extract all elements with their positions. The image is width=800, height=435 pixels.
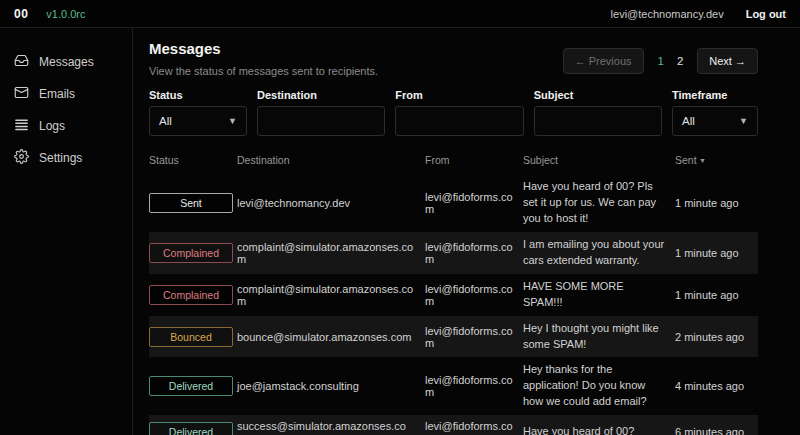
cell-from: levi@fidoforms.com bbox=[425, 420, 523, 435]
cell-sent: 6 minutes ago bbox=[675, 426, 758, 435]
table-row[interactable]: Complained complaint@simulator.amazonses… bbox=[149, 274, 758, 316]
cell-subject: I am emailing you about your cars extend… bbox=[523, 237, 675, 269]
cell-from: levi@fidoforms.com bbox=[425, 283, 523, 307]
sidebar-item-logs[interactable]: Logs bbox=[0, 112, 132, 140]
page-number-1[interactable]: 1 bbox=[658, 55, 664, 67]
column-header-status: Status bbox=[149, 154, 237, 166]
sidebar-item-settings[interactable]: Settings bbox=[0, 144, 132, 172]
cell-from: levi@fidoforms.com bbox=[425, 191, 523, 215]
previous-page-button[interactable]: ← Previous bbox=[563, 48, 644, 74]
sidebar-item-label: Messages bbox=[39, 55, 94, 69]
cell-from: levi@fidoforms.com bbox=[425, 325, 523, 349]
table-row[interactable]: Delivered joe@jamstack.consulting levi@f… bbox=[149, 357, 758, 415]
from-filter-input[interactable] bbox=[395, 106, 523, 136]
cell-subject: HAVE SOME MORE SPAM!!! bbox=[523, 279, 675, 311]
status-badge: Delivered bbox=[149, 422, 233, 435]
status-badge: Complained bbox=[149, 285, 233, 305]
timeframe-filter-select[interactable]: All ▼ bbox=[672, 106, 758, 136]
table-row[interactable]: Complained complaint@simulator.amazonses… bbox=[149, 232, 758, 274]
user-email: levi@technomancy.dev bbox=[611, 8, 724, 20]
cell-sent: 4 minutes ago bbox=[675, 380, 758, 392]
chevron-down-icon: ▼ bbox=[228, 116, 237, 126]
table-row[interactable]: Delivered success@simulator.amazonses.co… bbox=[149, 415, 758, 435]
gear-icon bbox=[14, 149, 29, 167]
cell-sent: 1 minute ago bbox=[675, 247, 758, 259]
cell-destination: levi@technomancy.dev bbox=[237, 197, 425, 209]
cell-sent: 1 minute ago bbox=[675, 197, 758, 209]
cell-destination: complaint@simulator.amazonses.com bbox=[237, 283, 425, 307]
logout-button[interactable]: Log out bbox=[746, 8, 786, 20]
page-title: Messages bbox=[149, 40, 378, 57]
logs-icon bbox=[14, 117, 29, 135]
destination-filter-input[interactable] bbox=[257, 106, 385, 136]
sent-header-label: Sent bbox=[675, 154, 697, 166]
column-header-from: From bbox=[425, 154, 523, 166]
cell-sent: 1 minute ago bbox=[675, 289, 758, 301]
sidebar: Messages Emails Logs Settings bbox=[0, 28, 133, 435]
next-page-button[interactable]: Next → bbox=[697, 48, 758, 74]
cell-from: levi@fidoforms.com bbox=[425, 374, 523, 398]
status-badge: Sent bbox=[149, 193, 233, 213]
table-row[interactable]: Sent levi@technomancy.dev levi@fidoforms… bbox=[149, 174, 758, 232]
table-header: Status Destination From Subject Sent ▾ bbox=[149, 150, 758, 174]
status-badge: Delivered bbox=[149, 376, 233, 396]
sort-descending-icon: ▾ bbox=[701, 156, 705, 165]
pagination: ← Previous 1 2 Next → bbox=[563, 48, 758, 74]
table-body: Sent levi@technomancy.dev levi@fidoforms… bbox=[149, 174, 758, 435]
cell-from: levi@fidoforms.com bbox=[425, 241, 523, 265]
sidebar-item-label: Logs bbox=[39, 119, 65, 133]
cell-sent: 2 minutes ago bbox=[675, 331, 758, 343]
column-header-subject: Subject bbox=[523, 154, 675, 166]
table-row[interactable]: Bounced bounce@simulator.amazonses.com l… bbox=[149, 316, 758, 358]
status-filter-value: All bbox=[159, 115, 172, 127]
envelope-icon bbox=[14, 85, 29, 103]
version-label: v1.0.0rc bbox=[46, 8, 85, 20]
status-badge: Bounced bbox=[149, 327, 233, 347]
cell-subject: Have you heard of 00? bbox=[523, 424, 675, 435]
status-filter-select[interactable]: All ▼ bbox=[149, 106, 247, 136]
cell-subject: Hey thanks for the application! Do you k… bbox=[523, 362, 675, 410]
timeframe-filter-label: Timeframe bbox=[672, 89, 758, 101]
inbox-icon bbox=[14, 53, 29, 71]
cell-destination: bounce@simulator.amazonses.com bbox=[237, 331, 425, 343]
column-header-sent[interactable]: Sent ▾ bbox=[675, 154, 758, 166]
topbar: 00 v1.0.0rc levi@technomancy.dev Log out bbox=[0, 0, 800, 28]
from-filter-label: From bbox=[395, 89, 523, 101]
subject-filter-input[interactable] bbox=[534, 106, 662, 136]
destination-filter-label: Destination bbox=[257, 89, 385, 101]
chevron-down-icon: ▼ bbox=[739, 116, 748, 126]
main-content: Messages View the status of messages sen… bbox=[133, 28, 800, 435]
page-number-2[interactable]: 2 bbox=[677, 55, 683, 67]
sidebar-item-emails[interactable]: Emails bbox=[0, 80, 132, 108]
timeframe-filter-value: All bbox=[682, 115, 695, 127]
cell-destination: joe@jamstack.consulting bbox=[237, 380, 425, 392]
column-header-destination: Destination bbox=[237, 154, 425, 166]
sidebar-item-label: Settings bbox=[39, 151, 82, 165]
status-filter-label: Status bbox=[149, 89, 247, 101]
cell-destination: complaint@simulator.amazonses.com bbox=[237, 241, 425, 265]
status-badge: Complained bbox=[149, 243, 233, 263]
cell-subject: Hey I thought you might like some SPAM! bbox=[523, 321, 675, 353]
filters-bar: Status All ▼ Destination From Subject Ti… bbox=[149, 89, 758, 136]
sidebar-item-label: Emails bbox=[39, 87, 75, 101]
cell-subject: Have you heard of 00? Pls set it up for … bbox=[523, 179, 675, 227]
sidebar-item-messages[interactable]: Messages bbox=[0, 48, 132, 76]
page-subtitle: View the status of messages sent to reci… bbox=[149, 65, 378, 77]
app-logo[interactable]: 00 bbox=[14, 7, 28, 21]
cell-destination: success@simulator.amazonses.com bbox=[237, 420, 425, 435]
subject-filter-label: Subject bbox=[534, 89, 662, 101]
